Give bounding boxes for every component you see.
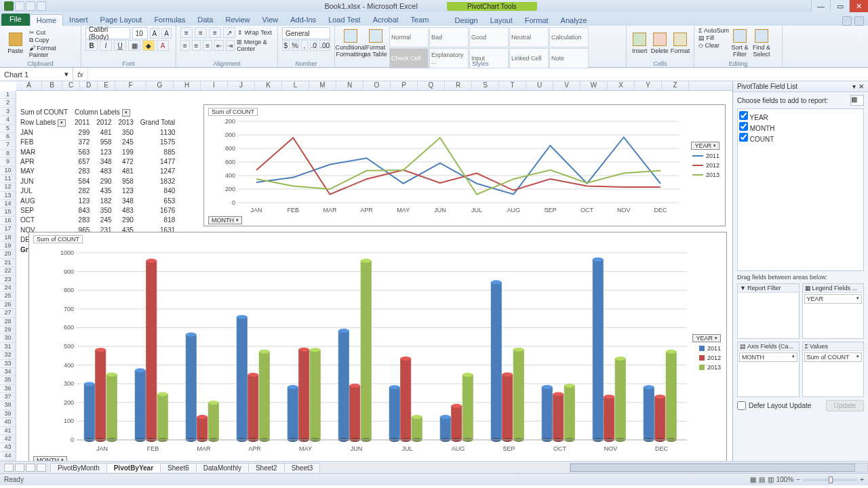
horizontal-scrollbar[interactable] [570, 463, 868, 472]
cell-style-neutral[interactable]: Neutral [509, 27, 549, 47]
field-checkbox-year[interactable]: YEAR [739, 111, 862, 121]
col-header[interactable]: R [445, 81, 472, 90]
orientation-icon[interactable]: ↗ [223, 27, 235, 38]
tab-page-layout[interactable]: Page Layout [94, 14, 149, 26]
indent-inc-icon[interactable]: ⇥ [226, 40, 235, 51]
autosum-button[interactable]: Σ AutoSum [698, 27, 729, 34]
col-header[interactable]: P [391, 81, 418, 90]
row-header[interactable]: 5 [0, 125, 16, 133]
fx-icon[interactable]: fx [73, 68, 88, 81]
view-break-icon[interactable]: ▥ [768, 476, 774, 483]
row-header[interactable]: 24 [0, 284, 16, 292]
col-header[interactable]: L [282, 81, 309, 90]
indent-dec-icon[interactable]: ⇤ [214, 40, 224, 51]
insert-cells-button[interactable]: Insert [631, 27, 649, 60]
zoom-level-label[interactable]: 100% [776, 476, 794, 483]
formula-input[interactable] [88, 68, 868, 81]
col-header[interactable]: A [16, 81, 42, 90]
row-header[interactable]: 12 [0, 183, 16, 191]
row-header[interactable]: 32 [0, 351, 16, 359]
tab-format[interactable]: Format [519, 15, 555, 26]
tab-design[interactable]: Design [448, 15, 484, 26]
col-header[interactable]: T [499, 81, 526, 90]
tab-data[interactable]: Data [191, 14, 219, 26]
row-header[interactable]: 18 [0, 234, 16, 242]
row-header[interactable]: 22 [0, 267, 16, 275]
cond-format-button[interactable]: Conditional Formatting [339, 27, 362, 60]
row-header[interactable]: 44 [0, 452, 16, 460]
axis-filter-month[interactable]: MONTH▾ [208, 216, 242, 224]
col-header[interactable]: W [580, 81, 608, 90]
row-header[interactable]: 17 [0, 225, 16, 233]
tab-add-ins[interactable]: Add-Ins [284, 14, 322, 26]
row-header[interactable]: 28 [0, 318, 16, 326]
col-header[interactable]: M [309, 81, 336, 90]
row-header[interactable]: 15 [0, 208, 16, 216]
row-header[interactable]: 11 [0, 175, 16, 183]
layout-options-button[interactable]: ▦ [850, 95, 864, 106]
fill-button[interactable]: ▤ Fill [698, 35, 729, 41]
cut-button[interactable]: ✂ Cut [29, 29, 77, 36]
col-header[interactable]: Q [418, 81, 445, 90]
percent-icon[interactable]: % [292, 40, 299, 51]
merge-center-button[interactable]: ⊞ Merge & Center [237, 39, 273, 52]
row-header[interactable]: 7 [0, 141, 16, 149]
col-header[interactable]: J [228, 81, 255, 90]
row-header[interactable]: 27 [0, 309, 16, 317]
paste-button[interactable]: Paste [4, 27, 27, 60]
tab-home[interactable]: Home [30, 14, 63, 26]
currency-icon[interactable]: $ [282, 40, 290, 51]
tab-insert[interactable]: Insert [63, 14, 94, 26]
align-right-icon[interactable]: ≡ [203, 40, 212, 51]
sheet-tab-sheet6[interactable]: Sheet6 [160, 463, 197, 472]
col-header[interactable]: H [174, 81, 201, 90]
row-header[interactable]: 13 [0, 192, 16, 200]
field-checkbox-month[interactable]: MONTH [739, 122, 862, 132]
border-button[interactable]: ▦ [128, 40, 140, 51]
tab-nav-first-icon[interactable] [4, 464, 14, 472]
col-header[interactable]: I [201, 81, 228, 90]
col-header[interactable]: F [115, 81, 146, 90]
name-box[interactable]: Chart 1▾ [0, 68, 73, 81]
format-cells-button[interactable]: Format [671, 27, 690, 60]
row-header[interactable]: 30 [0, 334, 16, 342]
row-header[interactable]: 29 [0, 326, 16, 334]
format-painter-button[interactable]: 🖌 Format Painter [29, 45, 77, 58]
format-table-button[interactable]: Format as Table [364, 27, 387, 60]
tab-nav-prev-icon[interactable] [15, 464, 24, 472]
tab-layout[interactable]: Layout [484, 15, 519, 26]
tab-formulas[interactable]: Formulas [148, 14, 191, 26]
row-header[interactable]: 23 [0, 276, 16, 284]
row-header[interactable]: 45 [0, 460, 16, 461]
view-layout-icon[interactable]: ▤ [759, 476, 765, 483]
row-header[interactable]: 4 [0, 116, 16, 124]
row-header[interactable]: 21 [0, 259, 16, 267]
dec-decimal-icon[interactable]: .00 [319, 40, 330, 51]
qat-save-icon[interactable] [15, 1, 24, 11]
col-header[interactable]: C [62, 81, 80, 90]
update-button[interactable]: Update [826, 400, 864, 411]
legend-filter-year[interactable]: YEAR▾ [691, 142, 719, 150]
minimize-ribbon-icon[interactable] [842, 16, 852, 26]
align-center-icon[interactable]: ≡ [192, 40, 201, 51]
row-header[interactable]: 40 [0, 418, 16, 426]
col-header[interactable]: B [42, 81, 62, 90]
col-header[interactable]: V [553, 81, 580, 90]
col-header[interactable]: K [255, 81, 282, 90]
row-header[interactable]: 19 [0, 242, 16, 250]
row-header[interactable]: 42 [0, 435, 16, 443]
col-header[interactable]: N [336, 81, 363, 90]
font-name-combo[interactable]: Calibri (Body) [85, 27, 130, 39]
col-header[interactable]: O [363, 81, 391, 90]
tab-nav-last-icon[interactable] [37, 464, 46, 472]
qat-undo-icon[interactable] [26, 1, 35, 11]
sheet-tab-sheet2[interactable]: Sheet2 [248, 463, 285, 472]
line-chart[interactable]: Sum of COUNT YEAR▾ MONTH▾ 02004006008001… [203, 104, 726, 226]
bar-chart[interactable]: Sum of COUNT YEAR▾ MONTH▾ 01002003004005… [28, 232, 727, 461]
copy-button[interactable]: ⧉ Copy [29, 37, 77, 44]
row-header[interactable]: 41 [0, 427, 16, 435]
font-color-button[interactable]: A [157, 40, 169, 51]
col-header[interactable]: Y [635, 81, 662, 90]
row-header[interactable]: 38 [0, 401, 16, 409]
row-header[interactable]: 36 [0, 385, 16, 393]
